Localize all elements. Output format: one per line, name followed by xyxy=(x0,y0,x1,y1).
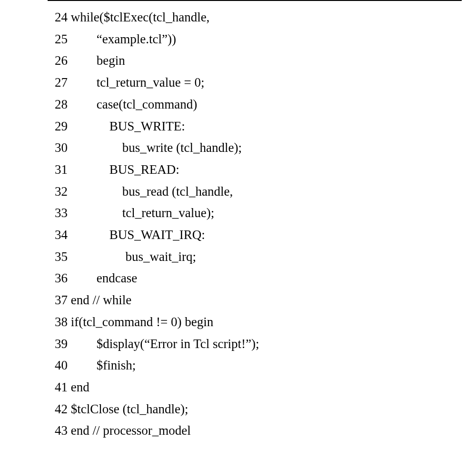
line-indent xyxy=(68,249,126,264)
line-number: 30 xyxy=(48,137,68,159)
code-line: 34 BUS_WAIT_IRQ: xyxy=(48,224,462,246)
code-line: 40 $finish; xyxy=(48,355,462,377)
code-line: 27 tcl_return_value = 0; xyxy=(48,72,462,94)
line-text: begin xyxy=(97,53,125,68)
code-line: 38 if(tcl_command != 0) begin xyxy=(48,311,462,333)
line-number: 40 xyxy=(48,355,68,377)
line-text: BUS_WAIT_IRQ: xyxy=(109,228,205,242)
line-number: 34 xyxy=(48,224,68,246)
code-line: 30 bus_write (tcl_handle); xyxy=(48,137,462,159)
line-indent xyxy=(68,32,97,46)
line-indent xyxy=(68,271,97,285)
line-indent xyxy=(68,162,109,177)
line-text: if(tcl_command != 0) begin xyxy=(71,315,213,329)
code-line: 29 BUS_WRITE: xyxy=(48,116,462,138)
line-text: $display(“Error in Tcl script!”); xyxy=(97,337,259,351)
line-indent xyxy=(68,10,71,24)
line-indent xyxy=(68,140,122,155)
line-text: $finish; xyxy=(97,358,136,372)
code-line: 24 while($tclExec(tcl_handle, xyxy=(48,7,462,29)
code-line: 28 case(tcl_command) xyxy=(48,94,462,116)
line-number: 31 xyxy=(48,159,68,181)
line-number: 38 xyxy=(48,311,68,333)
line-text: BUS_WRITE: xyxy=(109,119,185,133)
line-indent xyxy=(68,293,71,307)
code-line: 26 begin xyxy=(48,50,462,72)
code-block: 24 while($tclExec(tcl_handle,25 “example… xyxy=(48,0,462,449)
line-indent xyxy=(68,119,109,133)
line-text: case(tcl_command) xyxy=(97,97,197,111)
line-number: 43 xyxy=(48,420,68,442)
line-text: bus_read (tcl_handle, xyxy=(122,184,233,199)
line-indent xyxy=(68,184,122,199)
code-lines-container: 24 while($tclExec(tcl_handle,25 “example… xyxy=(48,7,462,442)
code-line: 43 end // processor_model xyxy=(48,420,462,442)
line-number: 32 xyxy=(48,181,68,203)
line-indent xyxy=(68,337,97,351)
line-number: 42 xyxy=(48,399,68,420)
line-indent xyxy=(68,423,71,438)
code-line: 36 endcase xyxy=(48,268,462,289)
line-indent xyxy=(68,228,109,242)
code-line: 32 bus_read (tcl_handle, xyxy=(48,181,462,203)
line-number: 35 xyxy=(48,246,68,268)
line-indent xyxy=(68,315,71,329)
line-text: endcase xyxy=(97,271,137,285)
line-number: 28 xyxy=(48,94,68,116)
line-text: “example.tcl”)) xyxy=(97,32,176,46)
line-text: end xyxy=(71,380,89,394)
line-number: 24 xyxy=(48,7,68,29)
line-indent xyxy=(68,402,71,416)
line-indent xyxy=(68,380,71,394)
line-text: BUS_READ: xyxy=(109,162,179,177)
line-text: end // while xyxy=(71,293,131,307)
line-number: 37 xyxy=(48,289,68,311)
line-indent xyxy=(68,206,122,220)
line-indent xyxy=(68,97,97,111)
code-line: 31 BUS_READ: xyxy=(48,159,462,181)
line-number: 25 xyxy=(48,29,68,50)
code-line: 33 tcl_return_value); xyxy=(48,202,462,224)
code-line: 25 “example.tcl”)) xyxy=(48,29,462,50)
line-text: while($tclExec(tcl_handle, xyxy=(71,10,210,24)
line-number: 29 xyxy=(48,116,68,138)
line-number: 41 xyxy=(48,377,68,399)
code-line: 35 bus_wait_irq; xyxy=(48,246,462,268)
line-text: bus_wait_irq; xyxy=(126,249,197,264)
code-line: 39 $display(“Error in Tcl script!”); xyxy=(48,333,462,355)
line-indent xyxy=(68,75,97,90)
line-number: 26 xyxy=(48,50,68,72)
line-number: 33 xyxy=(48,202,68,224)
line-text: tcl_return_value); xyxy=(122,206,214,220)
line-text: bus_write (tcl_handle); xyxy=(122,140,242,155)
line-number: 36 xyxy=(48,268,68,289)
code-line: 41 end xyxy=(48,377,462,399)
line-indent xyxy=(68,358,97,372)
code-line: 37 end // while xyxy=(48,289,462,311)
line-number: 39 xyxy=(48,333,68,355)
line-number: 27 xyxy=(48,72,68,94)
code-line: 42 $tclClose (tcl_handle); xyxy=(48,399,462,420)
line-indent xyxy=(68,53,97,68)
line-text: tcl_return_value = 0; xyxy=(97,75,205,90)
line-text: end // processor_model xyxy=(71,423,191,438)
line-text: $tclClose (tcl_handle); xyxy=(71,402,188,416)
